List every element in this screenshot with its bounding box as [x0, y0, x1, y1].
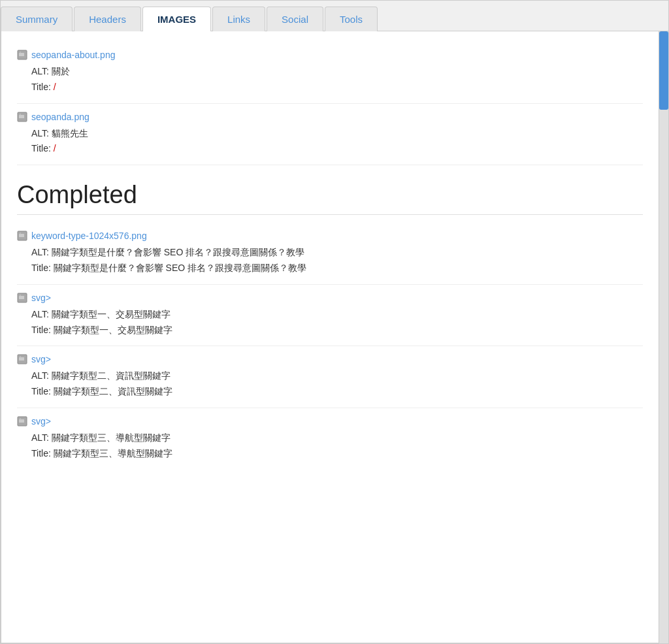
scrollbar-thumb[interactable] — [659, 31, 668, 110]
image-filename-row-5: svg> — [17, 354, 643, 364]
image-link-3[interactable]: keyword-type-1024x576.png — [31, 231, 147, 241]
svg-point-17 — [20, 418, 21, 419]
alt-row-6: ALT: 關鍵字類型三、導航型關鍵字 — [31, 430, 643, 446]
title-row-3: Title: 關鍵字類型是什麼？會影響 SEO 排名？跟搜尋意圖關係？教學 — [31, 261, 643, 276]
image-file-icon-3 — [17, 231, 27, 241]
image-filename-row-1: seopanda-about.png — [17, 50, 643, 60]
svg-point-11 — [20, 295, 21, 296]
image-meta-4: ALT: 關鍵字類型一、交易型關鍵字 Title: 關鍵字類型一、交易型關鍵字 — [17, 307, 643, 338]
image-file-icon-4 — [17, 293, 27, 303]
title-row-2: Title: / — [31, 141, 643, 157]
image-entry-1: seopanda-about.png ALT: 關於 Title: / — [17, 42, 643, 104]
image-meta-5: ALT: 關鍵字類型二、資訊型關鍵字 Title: 關鍵字類型二、資訊型關鍵字 — [17, 368, 643, 400]
image-file-icon-2 — [17, 112, 27, 122]
alt-row-5: ALT: 關鍵字類型二、資訊型關鍵字 — [31, 368, 643, 384]
svg-point-14 — [20, 356, 21, 357]
title-row-1: Title: / — [31, 80, 643, 95]
svg-rect-4 — [19, 115, 24, 118]
image-meta-3: ALT: 關鍵字類型是什麼？會影響 SEO 排名？跟搜尋意圖關係？教學 Titl… — [17, 245, 643, 276]
alt-row-2: ALT: 貓熊先生 — [31, 126, 643, 142]
image-link-4[interactable]: svg> — [31, 293, 51, 303]
tab-images[interactable]: IMAGES — [142, 7, 211, 31]
alt-row-1: ALT: 關於 — [31, 64, 643, 80]
image-entry-6: svg> ALT: 關鍵字類型三、導航型關鍵字 Title: 關鍵字類型三、導航… — [17, 408, 643, 470]
alt-row-4: ALT: 關鍵字類型一、交易型關鍵字 — [31, 307, 643, 323]
title-row-4: Title: 關鍵字類型一、交易型關鍵字 — [31, 323, 643, 338]
image-link-1[interactable]: seopanda-about.png — [31, 50, 115, 60]
svg-point-5 — [20, 113, 21, 114]
image-filename-row-4: svg> — [17, 293, 643, 303]
svg-rect-10 — [19, 296, 24, 299]
image-filename-row-6: svg> — [17, 416, 643, 427]
tab-tools[interactable]: Tools — [325, 7, 378, 31]
tab-social[interactable]: Social — [267, 7, 323, 31]
scrollbar-track[interactable] — [659, 31, 668, 643]
image-file-icon-1 — [17, 50, 27, 60]
tab-links[interactable]: Links — [212, 7, 265, 31]
image-link-5[interactable]: svg> — [31, 354, 51, 364]
app-container: Summary Headers IMAGES Links Social Tool… — [0, 0, 669, 644]
image-meta-1: ALT: 關於 Title: / — [17, 64, 643, 95]
image-entry-2: seopanda.png ALT: 貓熊先生 Title: / — [17, 104, 643, 166]
svg-rect-16 — [19, 419, 24, 423]
title-row-6: Title: 關鍵字類型三、導航型關鍵字 — [31, 446, 643, 462]
image-filename-row-2: seopanda.png — [17, 112, 643, 122]
main-panel: Summary Headers IMAGES Links Social Tool… — [0, 0, 669, 644]
svg-rect-7 — [19, 234, 24, 237]
image-meta-6: ALT: 關鍵字類型三、導航型關鍵字 Title: 關鍵字類型三、導航型關鍵字 — [17, 430, 643, 462]
image-entry-4: svg> ALT: 關鍵字類型一、交易型關鍵字 Title: 關鍵字類型一、交易… — [17, 285, 643, 347]
images-content: seopanda-about.png ALT: 關於 Title: / — [1, 31, 659, 643]
image-link-2[interactable]: seopanda.png — [31, 112, 90, 122]
image-link-6[interactable]: svg> — [31, 416, 51, 427]
tab-summary[interactable]: Summary — [1, 7, 73, 31]
svg-rect-13 — [19, 357, 24, 361]
image-entry-3: keyword-type-1024x576.png ALT: 關鍵字類型是什麼？… — [17, 223, 643, 285]
tabs-bar: Summary Headers IMAGES Links Social Tool… — [1, 1, 668, 31]
tab-headers[interactable]: Headers — [74, 7, 141, 31]
completed-heading: Completed — [17, 181, 643, 215]
image-file-icon-5 — [17, 354, 27, 364]
svg-rect-1 — [19, 53, 24, 56]
image-filename-row-3: keyword-type-1024x576.png — [17, 231, 643, 241]
image-entry-5: svg> ALT: 關鍵字類型二、資訊型關鍵字 Title: 關鍵字類型二、資訊… — [17, 346, 643, 408]
svg-point-2 — [20, 52, 21, 53]
alt-row-3: ALT: 關鍵字類型是什麼？會影響 SEO 排名？跟搜尋意圖關係？教學 — [31, 245, 643, 261]
title-row-5: Title: 關鍵字類型二、資訊型關鍵字 — [31, 384, 643, 400]
image-file-icon-6 — [17, 416, 27, 427]
image-meta-2: ALT: 貓熊先生 Title: / — [17, 126, 643, 157]
svg-point-8 — [20, 233, 21, 234]
